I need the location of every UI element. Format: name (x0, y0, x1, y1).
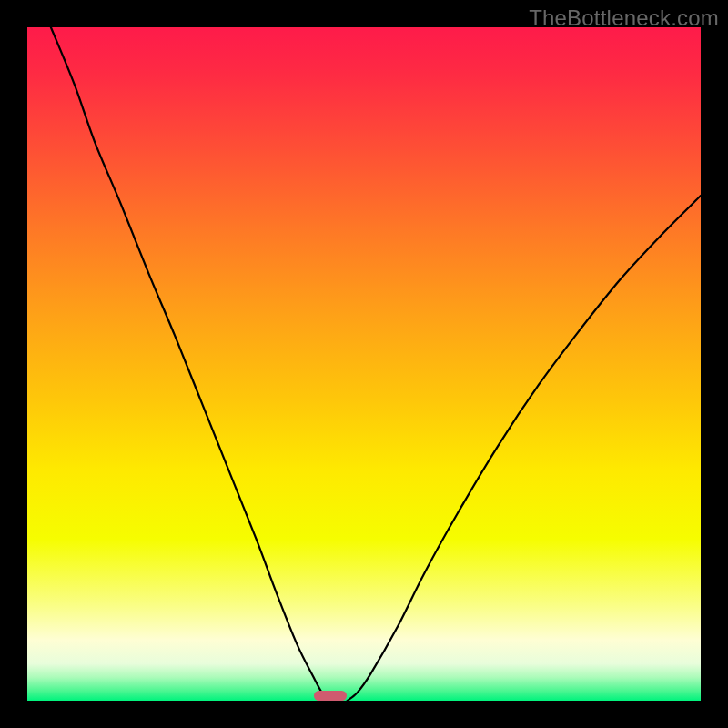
bottleneck-plot (27, 27, 701, 701)
chart-frame: TheBottleneck.com (0, 0, 728, 728)
plot-background (27, 27, 701, 701)
vertex-marker (314, 691, 347, 701)
